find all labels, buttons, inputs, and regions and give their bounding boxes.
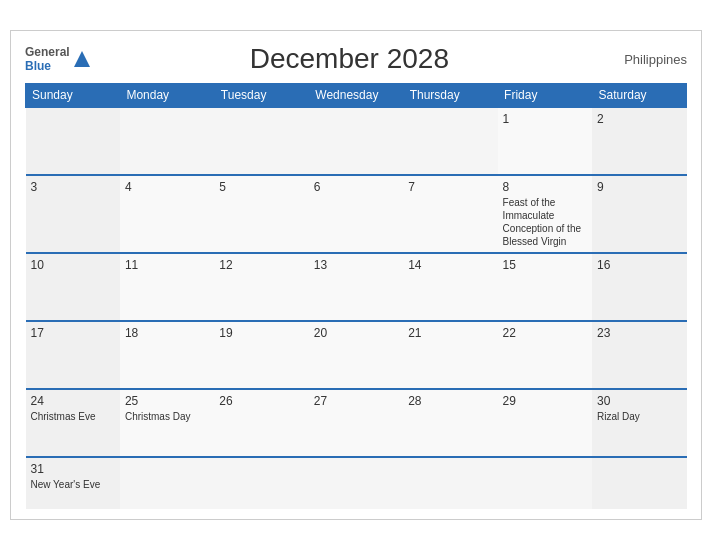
day-number: 16 — [597, 258, 681, 272]
header-sunday: Sunday — [26, 84, 120, 108]
day-number: 27 — [314, 394, 398, 408]
day-event: Feast of the Immaculate Conception of th… — [503, 197, 581, 247]
table-row — [498, 457, 592, 509]
day-number: 28 — [408, 394, 492, 408]
calendar-table: Sunday Monday Tuesday Wednesday Thursday… — [25, 83, 687, 509]
svg-marker-0 — [74, 51, 90, 67]
header-monday: Monday — [120, 84, 214, 108]
day-number: 23 — [597, 326, 681, 340]
day-number: 14 — [408, 258, 492, 272]
table-row: 20 — [309, 321, 403, 389]
table-row — [214, 107, 308, 175]
table-row: 15 — [498, 253, 592, 321]
table-row: 18 — [120, 321, 214, 389]
day-number: 11 — [125, 258, 209, 272]
table-row: 4 — [120, 175, 214, 253]
day-number: 7 — [408, 180, 492, 194]
day-number: 3 — [31, 180, 115, 194]
days-header-row: Sunday Monday Tuesday Wednesday Thursday… — [26, 84, 687, 108]
day-number: 25 — [125, 394, 209, 408]
table-row: 21 — [403, 321, 497, 389]
day-number: 5 — [219, 180, 303, 194]
table-row — [403, 457, 497, 509]
header-tuesday: Tuesday — [214, 84, 308, 108]
header-friday: Friday — [498, 84, 592, 108]
table-row: 1 — [498, 107, 592, 175]
table-row: 5 — [214, 175, 308, 253]
calendar-title: December 2028 — [92, 43, 607, 75]
day-number: 24 — [31, 394, 115, 408]
table-row — [26, 107, 120, 175]
day-number: 6 — [314, 180, 398, 194]
day-number: 22 — [503, 326, 587, 340]
day-event: Christmas Day — [125, 411, 191, 422]
day-number: 8 — [503, 180, 587, 194]
day-number: 1 — [503, 112, 587, 126]
table-row: 31New Year's Eve — [26, 457, 120, 509]
day-number: 12 — [219, 258, 303, 272]
table-row — [120, 457, 214, 509]
table-row: 14 — [403, 253, 497, 321]
day-number: 29 — [503, 394, 587, 408]
logo: General Blue — [25, 45, 92, 74]
table-row: 10 — [26, 253, 120, 321]
table-row: 3 — [26, 175, 120, 253]
table-row: 25Christmas Day — [120, 389, 214, 457]
table-row: 28 — [403, 389, 497, 457]
table-row: 24Christmas Eve — [26, 389, 120, 457]
table-row: 17 — [26, 321, 120, 389]
calendar-header: General Blue December 2028 Philippines — [25, 43, 687, 75]
day-number: 21 — [408, 326, 492, 340]
table-row — [592, 457, 686, 509]
table-row: 6 — [309, 175, 403, 253]
table-row: 26 — [214, 389, 308, 457]
day-number: 15 — [503, 258, 587, 272]
table-row: 9 — [592, 175, 686, 253]
day-number: 19 — [219, 326, 303, 340]
table-row: 23 — [592, 321, 686, 389]
header-saturday: Saturday — [592, 84, 686, 108]
table-row: 8Feast of the Immaculate Conception of t… — [498, 175, 592, 253]
table-row: 30Rizal Day — [592, 389, 686, 457]
logo-blue-text: Blue — [25, 59, 51, 73]
table-row: 16 — [592, 253, 686, 321]
day-number: 30 — [597, 394, 681, 408]
calendar-container: General Blue December 2028 Philippines S… — [10, 30, 702, 520]
header-thursday: Thursday — [403, 84, 497, 108]
country-label: Philippines — [607, 52, 687, 67]
table-row: 27 — [309, 389, 403, 457]
day-number: 9 — [597, 180, 681, 194]
table-row: 12 — [214, 253, 308, 321]
table-row — [120, 107, 214, 175]
day-number: 17 — [31, 326, 115, 340]
logo-icon — [72, 49, 92, 69]
table-row — [403, 107, 497, 175]
day-number: 10 — [31, 258, 115, 272]
day-number: 18 — [125, 326, 209, 340]
day-number: 26 — [219, 394, 303, 408]
header-wednesday: Wednesday — [309, 84, 403, 108]
table-row: 19 — [214, 321, 308, 389]
table-row — [214, 457, 308, 509]
day-event: Rizal Day — [597, 411, 640, 422]
table-row: 13 — [309, 253, 403, 321]
table-row: 22 — [498, 321, 592, 389]
table-row: 2 — [592, 107, 686, 175]
table-row: 7 — [403, 175, 497, 253]
table-row — [309, 457, 403, 509]
day-number: 13 — [314, 258, 398, 272]
day-event: New Year's Eve — [31, 479, 101, 490]
day-number: 20 — [314, 326, 398, 340]
day-number: 2 — [597, 112, 681, 126]
day-number: 31 — [31, 462, 115, 476]
table-row: 11 — [120, 253, 214, 321]
day-event: Christmas Eve — [31, 411, 96, 422]
table-row — [309, 107, 403, 175]
logo-general-text: General — [25, 45, 70, 59]
table-row: 29 — [498, 389, 592, 457]
day-number: 4 — [125, 180, 209, 194]
